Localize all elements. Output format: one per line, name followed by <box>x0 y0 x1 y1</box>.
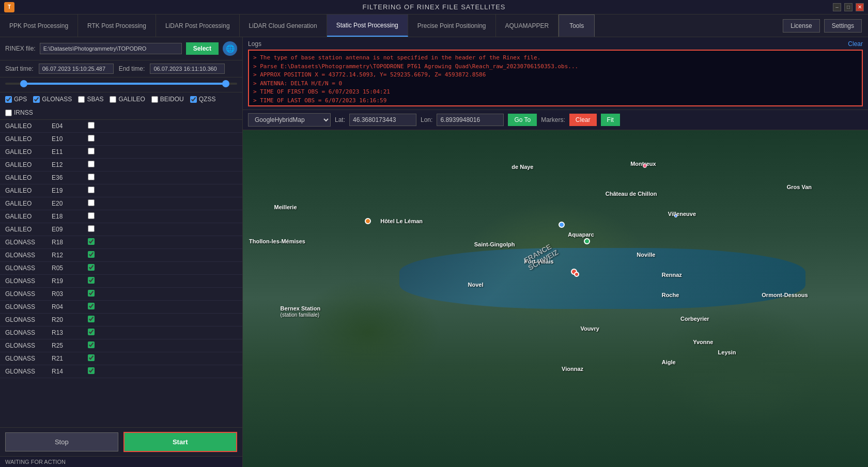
sbas-checkbox[interactable] <box>78 96 85 103</box>
tab-static-post-processing[interactable]: Static Post Processing <box>327 14 408 37</box>
left-panel: RINEX file: Select 🌐 Start time: End tim… <box>0 37 243 467</box>
galileo-label: GALILEO <box>118 96 145 103</box>
sat-checkbox-container <box>88 367 95 376</box>
gps-checkbox[interactable] <box>5 96 12 103</box>
sat-checkbox-container <box>88 329 95 337</box>
sat-checkbox-r05[interactable] <box>88 264 95 271</box>
tab-ppk-post-processing[interactable]: PPK Post Processing <box>0 14 78 37</box>
tab-rtk-post-processing[interactable]: RTK Post Processing <box>78 14 156 37</box>
sat-id-label: E19 <box>52 187 83 194</box>
goto-button[interactable]: Go To <box>508 114 537 126</box>
log-line: > The filtered RINEX file has been succe… <box>253 105 858 106</box>
qzss-label: QZSS <box>199 96 216 103</box>
status-text: WAITING FOR ACTION <box>5 459 66 465</box>
sat-system-label: GLONASS <box>5 239 52 246</box>
table-row: GALILEOE36 <box>0 172 242 184</box>
lon-input[interactable] <box>437 114 504 126</box>
sat-checkbox-e36[interactable] <box>88 174 95 180</box>
license-button[interactable]: License <box>783 19 819 33</box>
start-button[interactable]: Start <box>123 432 238 452</box>
map-placeholder: Montreux Château de Chillon Villeneuve M… <box>243 130 868 467</box>
sat-checkbox-container <box>88 212 95 221</box>
sat-checkbox-container <box>88 199 95 208</box>
map-clear-button[interactable]: Clear <box>569 114 597 126</box>
maximize-button[interactable]: □ <box>844 3 853 11</box>
sat-checkbox-container <box>88 251 95 259</box>
sat-checkbox-r19[interactable] <box>88 277 95 284</box>
sat-checkbox-e20[interactable] <box>88 199 95 206</box>
table-row: GLONASSR25 <box>0 339 242 352</box>
tab-tools[interactable]: Tools <box>559 14 595 37</box>
rinex-input[interactable] <box>40 43 182 54</box>
sat-checkbox-e12[interactable] <box>88 161 95 167</box>
titlebar: T FILTERING OF RINEX FILE SATELLITES – □… <box>0 0 868 14</box>
map-area[interactable]: Montreux Château de Chillon Villeneuve M… <box>243 130 868 467</box>
tab-aquamapper[interactable]: AQUAMAPPER <box>496 14 559 37</box>
sat-checkbox-e09[interactable] <box>88 225 95 232</box>
beidou-checkbox[interactable] <box>151 96 158 103</box>
table-row: GALILEOE11 <box>0 146 242 159</box>
gps-label: GPS <box>14 96 27 103</box>
map-provider-select[interactable]: GoogleHybridMap GoogleSatelliteMap Googl… <box>248 113 331 127</box>
qzss-checkbox[interactable] <box>190 96 197 103</box>
gps-checkbox-item[interactable]: GPS <box>5 96 27 103</box>
galileo-checkbox[interactable] <box>110 96 116 103</box>
log-line: > TIME OF LAST OBS = 6/07/2023 16:16:59 <box>253 97 858 105</box>
galileo-checkbox-item[interactable]: GALILEO <box>110 96 145 103</box>
sat-checkbox-r04[interactable] <box>88 303 95 309</box>
tab-precise-point-positioning[interactable]: Precise Point Positioning <box>408 14 496 37</box>
sat-checkbox-e19[interactable] <box>88 186 95 193</box>
minimize-button[interactable]: – <box>833 3 841 11</box>
beidou-checkbox-item[interactable]: BEIDOU <box>151 96 184 103</box>
sat-system-label: GLONASS <box>5 277 52 285</box>
window-controls[interactable]: – □ ✕ <box>833 3 864 11</box>
end-time-input[interactable] <box>150 64 225 74</box>
satellite-list-container[interactable]: GALILEOE04GALILEOE10GALILEOE11GALILEOE12… <box>0 120 242 427</box>
sat-system-label: GALILEO <box>5 200 52 207</box>
sat-checkbox-e04[interactable] <box>88 122 95 129</box>
close-button[interactable]: ✕ <box>856 3 864 11</box>
rinex-file-row: RINEX file: Select 🌐 <box>0 37 242 60</box>
sat-system-label: GLONASS <box>5 342 52 349</box>
fit-button[interactable]: Fit <box>601 114 620 126</box>
sat-checkbox-r03[interactable] <box>88 290 95 297</box>
sat-checkbox-container <box>88 277 95 285</box>
sat-checkbox-container <box>88 316 95 324</box>
stop-button[interactable]: Stop <box>5 432 118 452</box>
logs-clear-button[interactable]: Clear <box>848 40 863 48</box>
start-time-input[interactable] <box>39 64 114 74</box>
select-button[interactable]: Select <box>186 42 219 55</box>
qzss-checkbox-item[interactable]: QZSS <box>190 96 216 103</box>
slider-thumb-right[interactable] <box>222 80 229 87</box>
globe-button[interactable]: 🌐 <box>223 41 237 56</box>
log-line: > APPROX POSITION X = 43772.14.5093, Y= … <box>253 71 858 80</box>
tab-lidar-post-processing[interactable]: LiDAR Post Processing <box>156 14 240 37</box>
sat-checkbox-r12[interactable] <box>88 251 95 258</box>
glonass-checkbox-item[interactable]: GLONASS <box>33 96 72 103</box>
sat-checkbox-r25[interactable] <box>88 341 95 348</box>
map-marker-orange <box>365 218 371 224</box>
sat-checkbox-r18[interactable] <box>88 238 95 245</box>
sbas-checkbox-item[interactable]: SBAS <box>78 96 103 103</box>
irnss-checkbox-item[interactable]: IRNSS <box>5 109 33 116</box>
window-title: FILTERING OF RINEX FILE SATELLITES <box>363 3 506 11</box>
sat-checkbox-r20[interactable] <box>88 316 95 322</box>
tab-lidar-cloud-generation[interactable]: LiDAR Cloud Generation <box>240 14 327 37</box>
sat-checkbox-r21[interactable] <box>88 354 95 361</box>
sat-checkbox-e11[interactable] <box>88 148 95 154</box>
sat-checkbox-r13[interactable] <box>88 329 95 335</box>
time-slider-track[interactable] <box>5 83 237 85</box>
glonass-checkbox[interactable] <box>33 96 40 103</box>
sat-system-label: GALILEO <box>5 174 52 181</box>
sat-checkbox-container <box>88 174 95 182</box>
settings-button[interactable]: Settings <box>824 19 862 33</box>
sat-system-label: GALILEO <box>5 213 52 220</box>
lat-input[interactable] <box>349 114 416 126</box>
sat-checkbox-e10[interactable] <box>88 135 95 142</box>
sat-checkbox-r14[interactable] <box>88 367 95 374</box>
irnss-checkbox[interactable] <box>5 110 12 116</box>
sat-system-label: GLONASS <box>5 368 52 375</box>
sat-checkbox-e18[interactable] <box>88 212 95 219</box>
slider-thumb-left[interactable] <box>20 80 27 87</box>
sat-id-label: R12 <box>52 252 83 259</box>
